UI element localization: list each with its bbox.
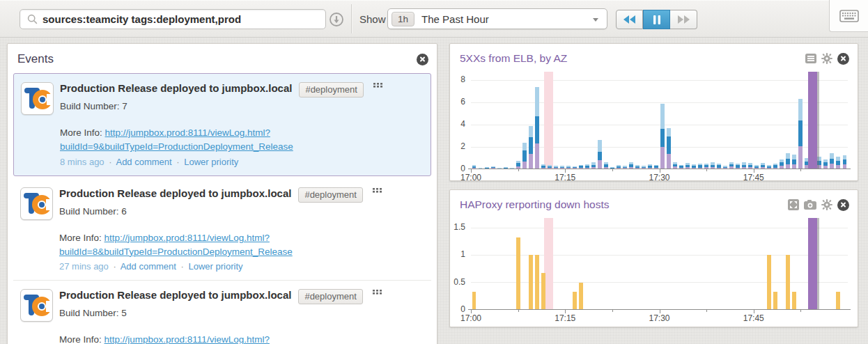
chart-title-haproxy: HAProxy rerporting down hosts [460,198,788,211]
bar-segment [817,161,821,165]
bar-segment [541,166,545,167]
event-tag-deployment[interactable]: #deployment [298,289,362,304]
bar-segment [823,162,828,166]
bar-segment [836,157,840,161]
bar-segment [679,166,683,167]
search-input[interactable] [42,13,307,25]
bar-segment [566,166,571,167]
bar-segment [642,167,646,169]
rewind-button[interactable] [616,10,643,29]
event-tag-deployment[interactable]: #deployment [298,187,362,203]
bar-segment [698,165,702,167]
bar-segment [491,167,495,169]
search-box[interactable] [20,9,326,29]
events-panel: Events Production Release deployed to ju… [7,43,437,344]
bar-segment [742,165,746,167]
gear-icon[interactable] [821,199,832,210]
camera-icon[interactable] [804,200,816,210]
y-tick-label: 0 [450,304,465,314]
legend-icon[interactable] [805,54,816,63]
bar-segment [817,165,821,169]
keyboard-icon[interactable] [839,10,859,22]
more-options-icon[interactable] [373,290,382,295]
bar-segment [823,166,828,169]
bar-segment [541,168,545,169]
chart-panel-haproxy: HAProxy rerporting down hosts 00.511.517… [449,189,858,327]
bar-segment [548,168,552,169]
bar-segment [780,159,784,163]
bar-segment [830,164,834,169]
bar-segment [472,292,476,310]
lower-priority-link[interactable]: Lower priority [189,261,243,272]
bar-segment [629,164,633,167]
bar-segment [704,164,708,165]
x-tick [754,169,754,173]
bar-segment [522,162,527,169]
bar-segment [497,168,502,169]
bar-segment [566,168,571,169]
add-comment-link[interactable]: Add comment [116,157,171,167]
dashboard-screen: Show 1h The Past Hour [0,0,868,344]
x-tick-label: 17:30 [644,173,675,181]
bar-segment [617,168,621,169]
x-minor-tick [706,310,707,312]
bar-segment [529,126,533,137]
event-timestamp: 8 mins ago [60,157,104,167]
bar-segment [560,168,564,169]
bar-segment [692,168,696,169]
bar-chart-haproxy[interactable]: 00.511.517:0017:1517:3017:45 [450,218,858,310]
bar-segment [805,158,809,162]
bar-segment [504,168,508,169]
bar-segment [491,166,495,167]
close-icon[interactable] [837,199,849,211]
time-range-dropdown[interactable]: 1h The Past Hour [387,8,607,29]
bar-segment [548,166,552,168]
bar-segment [573,166,577,167]
close-icon[interactable] [837,53,849,65]
bar-segment [529,137,533,154]
bar-chart-5xx[interactable]: 0246817:0017:1517:3017:45 [450,72,858,169]
bar-segment [679,165,683,166]
bar-segment [472,168,476,169]
bar-segment [698,168,702,169]
bar-segment [598,152,602,160]
bar-segment [660,129,665,147]
event-item[interactable]: Production Release deployed to jumpbox.l… [13,73,431,176]
more-info-label: More Info: [59,233,104,243]
bar-segment [516,237,520,311]
gear-icon[interactable] [821,53,832,64]
bar-segment [685,163,690,164]
bar-segment [843,164,847,169]
stream-refresh-icon[interactable] [329,12,344,27]
more-options-icon[interactable] [373,83,382,88]
expand-icon[interactable] [788,199,799,210]
bar-segment [623,166,627,167]
bar-segment [598,140,602,152]
bar-segment [598,160,602,169]
bar-segment [698,164,702,165]
bar-segment [761,165,765,167]
bar-segment [660,104,665,129]
add-comment-link[interactable]: Add comment [121,261,176,272]
y-tick-label: 2 [450,141,465,151]
event-tag-deployment[interactable]: #deployment [299,82,363,97]
event-title: Production Release deployed to jumpbox.l… [59,187,291,199]
x-minor-tick [612,310,613,312]
bar-segment [642,166,646,167]
x-minor-tick [706,169,707,171]
fast-forward-button[interactable] [670,10,697,29]
x-tick [754,310,754,313]
pause-button[interactable] [643,10,670,29]
bar-segment [673,162,677,164]
bar-segment [792,292,796,310]
bar-segment [535,255,539,310]
more-options-icon[interactable] [373,188,382,193]
bar-segment [786,255,790,310]
event-item[interactable]: Production Release deployed to jumpbox.l… [13,280,431,344]
bar-segment [560,167,564,169]
event-item[interactable]: Production Release deployed to jumpbox.l… [13,179,431,281]
close-icon[interactable] [417,54,428,65]
separator-dot: · [109,157,111,167]
bar-segment [692,164,696,166]
lower-priority-link[interactable]: Lower priority [184,157,238,167]
